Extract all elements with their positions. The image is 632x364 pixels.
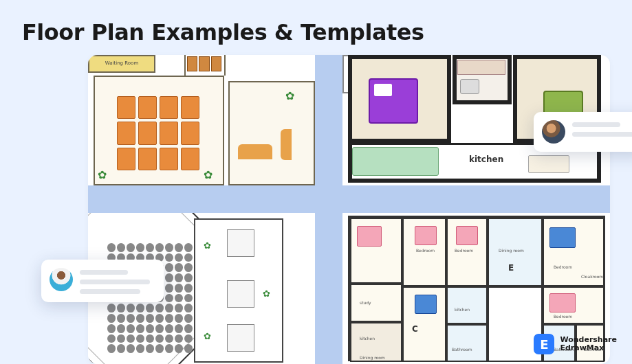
room-label: Bathroom <box>452 347 472 352</box>
unit <box>446 286 488 324</box>
author-text-placeholder <box>572 120 632 137</box>
kitchen-label: kitchen <box>469 155 503 164</box>
bathtub <box>457 60 505 75</box>
cubicle <box>227 280 254 308</box>
section-letter: E <box>508 263 514 273</box>
narrow-office: ✿ ✿ ✿ <box>194 218 283 363</box>
room-label: study <box>360 300 371 305</box>
room-label: Dining room <box>499 248 524 253</box>
bed-icon <box>549 227 576 248</box>
room-label: Bedroom <box>554 314 572 319</box>
room-waiting: Waiting Room <box>88 55 155 73</box>
author-card <box>41 260 164 302</box>
room-label: kitchen <box>455 307 470 312</box>
cubicle <box>227 324 254 352</box>
unit <box>446 324 488 362</box>
dining-table <box>528 155 569 173</box>
room-label: Dining room <box>360 355 385 360</box>
bed-icon <box>456 226 478 245</box>
room-label: kitchen <box>360 336 375 341</box>
author-card <box>534 112 632 152</box>
plant-icon: ✿ <box>204 240 212 249</box>
plant-icon: ✿ <box>263 288 271 297</box>
waiting-label: Waiting Room <box>89 56 154 66</box>
page-title: Floor Plan Examples & Templates <box>0 0 632 58</box>
doors <box>187 56 221 71</box>
room-label: Cloakroom <box>581 274 603 279</box>
sink <box>460 79 479 94</box>
kitchen-counter <box>352 147 439 176</box>
bed-icon <box>549 293 576 312</box>
brand-logo-icon: E <box>534 334 554 354</box>
bed-icon <box>357 226 382 247</box>
brand-line-2: EdrawMax <box>560 344 617 352</box>
plant-icon: ✿ <box>98 168 107 178</box>
cubicle <box>227 229 254 257</box>
side-office <box>228 81 315 185</box>
divider-vertical <box>315 55 342 364</box>
author-text-placeholder <box>80 268 150 294</box>
room-label: Bedroom <box>455 248 473 253</box>
bathroom-fixtures <box>456 58 508 100</box>
sofa-side <box>281 129 292 160</box>
sofa <box>238 144 272 159</box>
avatar <box>542 120 565 144</box>
plant-icon: ✿ <box>204 168 213 178</box>
room-label: Bedroom <box>416 248 435 253</box>
divider-horizontal <box>88 185 610 213</box>
avatar <box>50 268 73 291</box>
unit <box>350 284 402 322</box>
bed-icon <box>415 226 437 245</box>
plant-icon: ✿ <box>285 89 295 99</box>
floorplan-office[interactable]: Waiting Room ✿ ✿ ✿ <box>88 55 315 185</box>
desk-cluster <box>117 96 199 170</box>
bed-purple <box>369 78 418 124</box>
plant-icon: ✿ <box>204 331 212 339</box>
bed-icon <box>415 295 437 314</box>
brand-badge: E Wondershare EdrawMax <box>534 334 617 354</box>
section-letter: C <box>412 324 418 334</box>
template-gallery: Waiting Room ✿ ✿ ✿ kitchen <box>88 55 610 364</box>
room-label: Bedroom <box>554 264 572 269</box>
